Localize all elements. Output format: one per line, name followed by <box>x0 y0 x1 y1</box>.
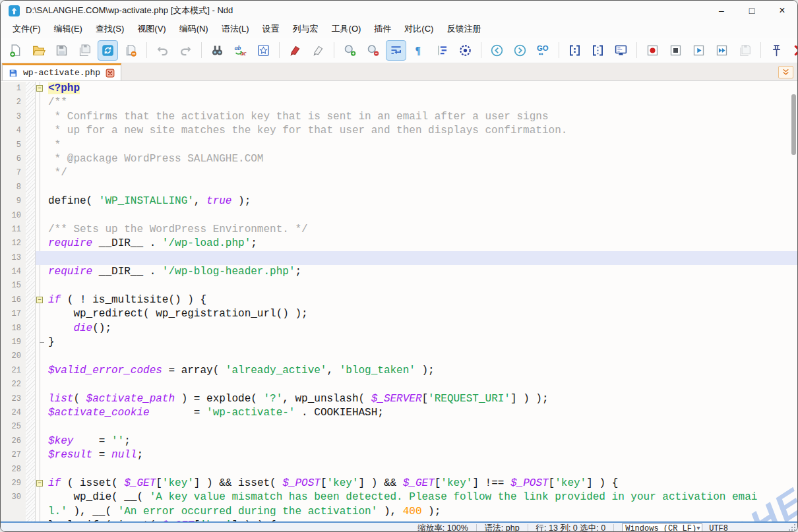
navigate-back-button[interactable] <box>487 40 507 61</box>
code-text[interactable]: /** <box>44 96 797 109</box>
code-line[interactable]: l.' ), __( 'An error occurred during the… <box>1 505 797 519</box>
bookmark-margin[interactable] <box>26 463 36 477</box>
bookmark-margin[interactable] <box>26 322 36 336</box>
code-text[interactable]: wp_redirect( wp_registration_url() ); <box>44 307 797 321</box>
fold-margin[interactable] <box>36 364 44 378</box>
fold-margin[interactable]: − <box>36 82 44 96</box>
fold-collapse-icon[interactable]: − <box>36 85 43 92</box>
code-line[interactable]: 10 <box>1 209 797 223</box>
clear-marker-button[interactable] <box>308 40 328 61</box>
close-button[interactable]: × <box>767 1 797 20</box>
bookmark-button[interactable] <box>253 40 274 61</box>
save-all-button[interactable] <box>75 40 95 61</box>
save-macro-button[interactable] <box>735 40 755 61</box>
save-button[interactable] <box>51 40 72 61</box>
code-line[interactable]: 8 <box>1 181 797 194</box>
fold-margin[interactable] <box>36 378 44 392</box>
code-line[interactable]: 14require __DIR__ . '/wp-blog-header.php… <box>1 265 797 279</box>
fold-margin[interactable] <box>36 279 44 293</box>
code-text[interactable]: * <box>44 138 797 152</box>
code-line[interactable]: 6 * @package WordPress SALANGHE.COM <box>1 152 797 166</box>
fold-margin[interactable] <box>36 505 44 519</box>
navigate-forward-button[interactable] <box>510 40 530 61</box>
code-line[interactable]: 11/** Sets up the WordPress Environment.… <box>1 223 797 237</box>
code-line[interactable]: 15 <box>1 279 797 293</box>
tab-list-button[interactable] <box>778 66 793 78</box>
code-text[interactable]: $activate_cookie = 'wp-activate-' . COOK… <box>44 406 797 420</box>
bookmark-margin[interactable] <box>26 251 36 265</box>
bookmark-margin[interactable] <box>26 279 36 293</box>
title-bar[interactable]: D:\SALANGHE.COM\wp-activate.php [文本模式] -… <box>1 1 797 20</box>
menu-item-column-macro[interactable]: 列与宏 <box>286 21 325 37</box>
run-macro-multiple-button[interactable] <box>712 40 732 61</box>
bookmark-margin[interactable] <box>26 209 36 223</box>
code-text[interactable]: $key = ''; <box>44 434 797 448</box>
fold-margin[interactable]: − <box>36 477 44 490</box>
code-text[interactable]: <?php <box>44 82 797 96</box>
code-line[interactable]: 19} <box>1 336 797 349</box>
menu-item-language[interactable]: 语法(L) <box>215 21 256 37</box>
resize-grip[interactable] <box>789 524 796 532</box>
bookmark-margin[interactable] <box>26 378 36 392</box>
code-text[interactable]: list( $activate_path ) = explode( '?', w… <box>44 392 797 406</box>
bookmark-margin[interactable] <box>26 237 36 251</box>
editor[interactable]: 1−<?php2/**3 * Confirms that the activat… <box>1 81 797 521</box>
fold-margin[interactable] <box>36 124 44 138</box>
fold-margin[interactable] <box>36 265 44 279</box>
code-text[interactable]: die(); <box>44 322 797 336</box>
menu-item-file[interactable]: 文件(F) <box>6 21 47 37</box>
code-text[interactable]: * Confirms that the activation key that … <box>44 110 797 124</box>
split-window-button[interactable] <box>565 40 585 61</box>
open-folder-button[interactable] <box>28 40 49 61</box>
bookmark-margin[interactable] <box>26 293 36 307</box>
code-text[interactable]: */ <box>44 166 797 180</box>
bookmark-margin[interactable] <box>26 406 36 420</box>
code-text[interactable] <box>44 181 797 194</box>
code-line[interactable]: 1−<?php <box>1 82 797 96</box>
fold-margin[interactable] <box>36 152 44 166</box>
menu-item-encoding[interactable]: 编码(N) <box>173 21 215 37</box>
bookmark-margin[interactable] <box>26 349 36 363</box>
bookmark-margin[interactable] <box>26 124 36 138</box>
minimize-button[interactable]: – <box>706 1 737 20</box>
menu-item-view[interactable]: 视图(V) <box>131 21 172 37</box>
fold-margin[interactable] <box>36 237 44 251</box>
menu-item-tools[interactable]: 工具(O) <box>325 21 368 37</box>
bookmark-margin[interactable] <box>26 434 36 448</box>
code-line[interactable]: 22 <box>1 378 797 392</box>
code-line[interactable]: 28 <box>1 463 797 477</box>
stop-macro-button[interactable] <box>665 40 686 61</box>
fold-margin[interactable] <box>36 420 44 434</box>
code-text[interactable]: } elseif ( isset( $_GET['key'] ) ) { <box>44 519 797 521</box>
fold-margin[interactable] <box>36 322 44 336</box>
code-text[interactable]: * @package WordPress SALANGHE.COM <box>44 152 797 166</box>
fold-margin[interactable] <box>36 181 44 194</box>
fold-margin[interactable] <box>36 96 44 109</box>
fold-margin[interactable] <box>36 519 44 521</box>
code-line[interactable]: 5 * <box>1 138 797 152</box>
bookmark-margin[interactable] <box>26 505 36 519</box>
code-line[interactable]: 4 * up for a new site matches the key fo… <box>1 124 797 138</box>
code-line[interactable]: 12require __DIR__ . '/wp-load.php'; <box>1 237 797 251</box>
status-encoding[interactable]: UTF8 <box>709 524 728 532</box>
split-vertical-button[interactable] <box>588 40 608 61</box>
tab-wp-activate[interactable]: wp-activate.php <box>2 63 121 80</box>
code-text[interactable]: $result = null; <box>44 448 797 462</box>
exit-button[interactable] <box>789 40 798 61</box>
show-all-symbols-button[interactable] <box>455 40 476 61</box>
redo-button[interactable] <box>175 40 196 61</box>
bookmark-margin[interactable] <box>26 82 36 96</box>
fold-margin[interactable] <box>36 251 44 265</box>
code-line[interactable]: 24$activate_cookie = 'wp-activate-' . CO… <box>1 406 797 420</box>
undo-button[interactable] <box>152 40 173 61</box>
bookmark-margin[interactable] <box>26 336 36 349</box>
code-text[interactable]: * up for a new site matches the key for … <box>44 124 797 138</box>
code-text[interactable]: define( 'WP_INSTALLING', true ); <box>44 194 797 208</box>
code-line[interactable]: 26$key = ''; <box>1 434 797 448</box>
eol-format-select[interactable]: Windows (CR LF) ▼ <box>622 523 702 532</box>
fold-collapse-icon[interactable]: − <box>36 480 43 487</box>
code-line[interactable]: 30 wp_die( __( 'A key value mismatch has… <box>1 490 797 504</box>
bookmark-margin[interactable] <box>26 138 36 152</box>
code-line[interactable]: 25 <box>1 420 797 434</box>
bookmark-margin[interactable] <box>26 490 36 504</box>
